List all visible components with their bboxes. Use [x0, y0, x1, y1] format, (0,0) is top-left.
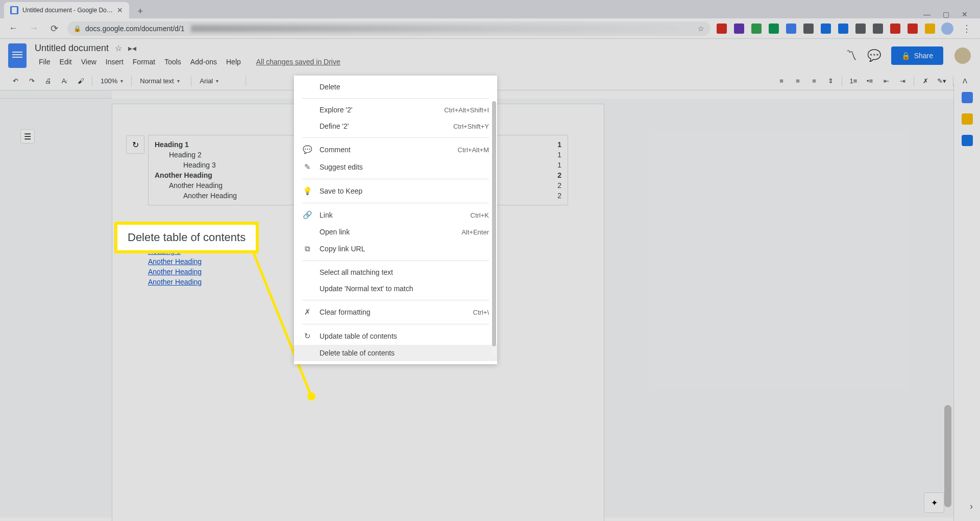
side-panel-icon[interactable] [962, 92, 973, 103]
side-collapse-button[interactable]: › [970, 501, 973, 512]
menu-label: Delete table of contents [320, 349, 482, 357]
scrollbar-thumb[interactable] [944, 405, 951, 507]
share-button[interactable]: 🔒 Share [891, 46, 943, 65]
back-button[interactable]: ← [6, 21, 20, 36]
menu-separator [302, 324, 489, 324]
user-avatar[interactable] [953, 46, 972, 65]
menu-label: Open link [320, 228, 454, 236]
numbered-list-button[interactable]: 1≡ [846, 74, 861, 88]
menu-label: Delete [320, 83, 482, 91]
minimize-button[interactable]: — [923, 10, 930, 18]
menu-item-tools[interactable]: Tools [160, 56, 185, 68]
indent-decrease-button[interactable]: ⇤ [879, 74, 893, 88]
align-right-button[interactable]: ≡ [807, 74, 821, 88]
scrollbar[interactable] [944, 211, 951, 497]
save-status[interactable]: All changes saved in Drive [252, 56, 345, 68]
menu-item-help[interactable]: Help [222, 56, 245, 68]
align-center-button[interactable]: ≡ [791, 74, 805, 88]
new-tab-button[interactable]: + [133, 4, 148, 18]
bulleted-list-button[interactable]: •≡ [863, 74, 877, 88]
address-bar-row: ← → ⟳ 🔒 docs.google.com/document/d/1 ☆ ⋮ [0, 18, 980, 39]
style-select[interactable]: Normal text▾ [136, 77, 187, 85]
document-title[interactable]: Untitled document [35, 43, 109, 54]
menu-scrollbar[interactable] [492, 101, 496, 357]
menu-item-format[interactable]: Format [129, 56, 159, 68]
line-spacing-button[interactable]: ⇕ [823, 74, 838, 88]
menu-separator [302, 137, 489, 138]
side-panel-icon[interactable] [962, 113, 973, 125]
menu-item-link[interactable]: 🔗LinkCtrl+K [294, 206, 497, 224]
menu-item-update-normal-text-to-match[interactable]: Update 'Normal text' to match [294, 280, 497, 297]
menu-label: Comment [320, 146, 451, 154]
extension-icon[interactable] [717, 23, 727, 34]
extension-icon[interactable] [855, 23, 866, 34]
undo-button[interactable]: ↶ [8, 74, 22, 88]
paint-format-button[interactable]: 🖌 [74, 74, 88, 88]
share-label: Share [914, 52, 933, 60]
menu-item-save-to-keep[interactable]: 💡Save to Keep [294, 182, 497, 200]
refresh-icon[interactable]: ↻ [126, 135, 144, 154]
menu-item-suggest-edits[interactable]: ✎Suggest edits [294, 158, 497, 176]
indent-increase-button[interactable]: ⇥ [895, 74, 910, 88]
menu-item-delete[interactable]: Delete [294, 79, 497, 95]
menu-item-insert[interactable]: Insert [102, 56, 128, 68]
extension-icon[interactable] [821, 23, 831, 34]
menu-item-update-table-of-contents[interactable]: ↻Update table of contents [294, 327, 497, 345]
explore-button[interactable]: ✦ [924, 492, 944, 513]
browser-tab[interactable]: Untitled document - Google Do… ✕ [4, 2, 129, 18]
docs-logo-icon[interactable] [8, 43, 27, 68]
url-text: docs.google.com/document/d/1 [85, 25, 185, 33]
align-left-button[interactable]: ≡ [774, 74, 789, 88]
menu-item-copy-link-url[interactable]: ⧉Copy link URL [294, 240, 497, 257]
forward-button[interactable]: → [27, 21, 41, 36]
chrome-menu-icon[interactable]: ⋮ [960, 21, 974, 36]
address-bar[interactable]: 🔒 docs.google.com/document/d/1 ☆ [67, 21, 710, 36]
profile-avatar-small[interactable] [941, 22, 953, 35]
redo-button[interactable]: ↷ [24, 74, 39, 88]
extension-icon[interactable] [908, 23, 918, 34]
move-icon[interactable]: ▸◂ [128, 43, 136, 53]
menu-item-delete-table-of-contents[interactable]: Delete table of contents [294, 345, 497, 361]
close-icon[interactable]: ✕ [117, 6, 123, 14]
extension-icon[interactable] [873, 23, 883, 34]
font-select[interactable]: Arial▾ [195, 77, 241, 85]
menu-item-select-all-matching-text[interactable]: Select all matching text [294, 264, 497, 280]
close-window-button[interactable]: ✕ [962, 10, 968, 18]
menu-label: Update table of contents [320, 332, 482, 340]
extension-icon[interactable] [838, 23, 848, 34]
zoom-select[interactable]: 100%▾ [96, 77, 127, 85]
menu-item-comment[interactable]: 💬CommentCtrl+Alt+M [294, 141, 497, 158]
extension-icon[interactable] [769, 23, 779, 34]
activity-icon[interactable]: 〽 [846, 49, 857, 62]
reload-button[interactable]: ⟳ [47, 21, 61, 36]
menu-label: Copy link URL [320, 245, 482, 253]
menu-item-clear-formatting[interactable]: ✗Clear formattingCtrl+\ [294, 303, 497, 321]
menu-label: Clear formatting [320, 308, 466, 316]
clear-format-button[interactable]: ✗ [918, 74, 933, 88]
menu-item-add-ons[interactable]: Add-ons [186, 56, 221, 68]
menu-item-explore-2-[interactable]: Explore '2'Ctrl+Alt+Shift+I [294, 102, 497, 118]
star-icon[interactable]: ☆ [698, 25, 704, 33]
menu-item-view[interactable]: View [77, 56, 101, 68]
spellcheck-button[interactable]: Aᵢ [57, 74, 71, 88]
comments-icon[interactable]: 💬 [867, 49, 881, 62]
editing-mode-button[interactable]: ✎▾ [935, 74, 949, 88]
star-icon[interactable]: ☆ [115, 43, 122, 53]
menu-item-open-link[interactable]: Open linkAlt+Enter [294, 224, 497, 240]
extension-icon[interactable] [734, 23, 744, 34]
menu-item-file[interactable]: File [35, 56, 55, 68]
menu-icon: 💬 [302, 145, 312, 154]
side-panel-icon[interactable] [962, 135, 973, 146]
maximize-button[interactable]: ▢ [943, 10, 949, 18]
menu-shortcut: Ctrl+Shift+Y [453, 123, 489, 130]
extension-icon[interactable] [803, 23, 814, 34]
extension-icon[interactable] [786, 23, 796, 34]
print-button[interactable]: 🖨 [41, 74, 55, 88]
tab-bar: Untitled document - Google Do… ✕ + — ▢ ✕ [0, 0, 980, 18]
outline-button[interactable]: ☰ [20, 129, 35, 144]
menu-item-edit[interactable]: Edit [56, 56, 76, 68]
extension-icon[interactable] [890, 23, 900, 34]
extension-icon[interactable] [925, 23, 935, 34]
menu-item-define-2-[interactable]: Define '2'Ctrl+Shift+Y [294, 118, 497, 134]
extension-icon[interactable] [751, 23, 762, 34]
